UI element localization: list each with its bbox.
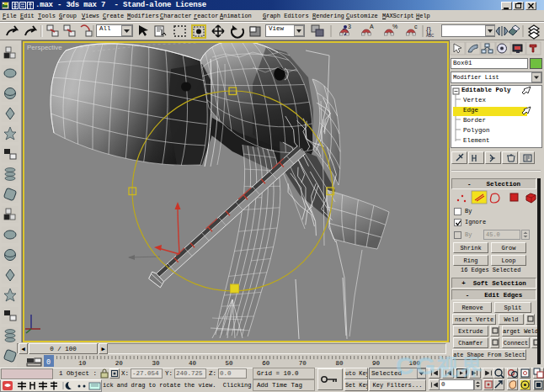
svg-text:0: 0 [46,358,51,367]
svg-text:ABC: ABC [426,34,435,38]
svg-text:A: A [370,24,374,29]
svg-text:3: 3 [348,24,351,29]
svg-text:%: % [392,24,397,29]
svg-text:c: c [414,24,418,29]
